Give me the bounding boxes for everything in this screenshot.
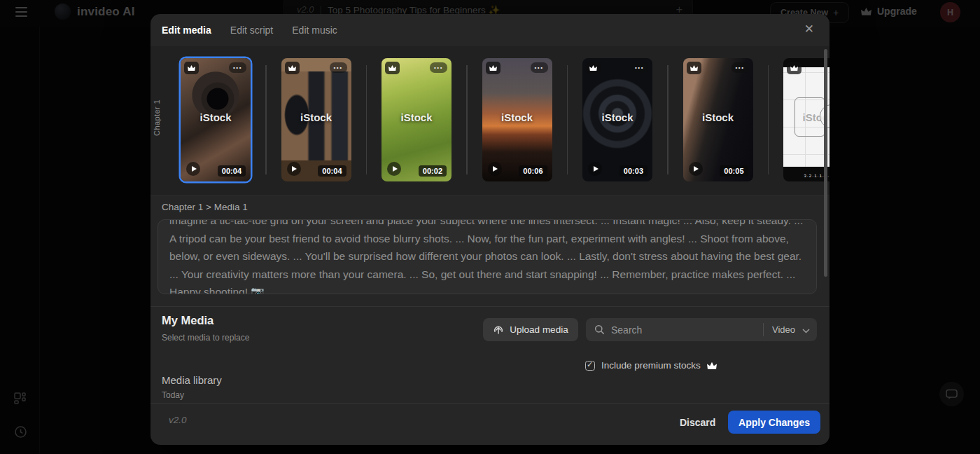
clip-duration: 00:03 xyxy=(620,165,648,177)
premium-crown-icon xyxy=(184,62,199,74)
clip-duration: 00:06 xyxy=(519,165,547,177)
play-icon[interactable] xyxy=(588,162,602,176)
search-icon xyxy=(594,324,605,335)
clip-more-button[interactable]: ••• xyxy=(631,62,648,73)
istock-watermark: iStock xyxy=(281,111,351,123)
search-input[interactable] xyxy=(611,324,755,336)
clip-divider xyxy=(366,65,368,174)
script-text: imagine a tic-tac-toe grid on your scree… xyxy=(158,219,816,294)
premium-crown-icon xyxy=(787,62,802,74)
premium-crown-icon xyxy=(285,62,300,74)
clip-more-button[interactable]: ••• xyxy=(330,62,347,73)
clip-strip: ••• iStock 00:04 ••• iStock 00:04 ••• iS… xyxy=(150,58,830,181)
upload-media-label: Upload media xyxy=(510,324,568,335)
media-type-select[interactable]: Video xyxy=(772,324,795,335)
media-library-date: Today xyxy=(162,390,184,400)
clip-duration: 00:02 xyxy=(419,165,447,177)
premium-checkbox[interactable] xyxy=(585,361,595,371)
premium-crown-icon xyxy=(687,62,701,74)
tab-edit-music[interactable]: Edit music xyxy=(292,25,337,36)
istock-watermark: iStock xyxy=(181,111,251,123)
version-label: v2.0 xyxy=(169,415,187,425)
screen: invideo AI v2.0 | Top 5 Photography Tips… xyxy=(0,0,980,454)
tab-edit-script[interactable]: Edit script xyxy=(230,25,273,36)
premium-label: Include premium stocks xyxy=(601,360,701,371)
premium-crown-icon xyxy=(385,62,400,74)
modal-scrollbar[interactable] xyxy=(824,49,827,277)
include-premium-row[interactable]: Include premium stocks xyxy=(585,360,717,371)
play-icon[interactable] xyxy=(689,162,703,176)
clip-more-button[interactable]: ••• xyxy=(430,62,447,73)
premium-crown-icon xyxy=(486,62,500,74)
clip-thumbnail[interactable]: ••• iStock 00:02 xyxy=(382,58,451,181)
clip-thumbnail[interactable]: iStock 3·2·1·1·1·4 xyxy=(783,58,830,181)
modal-tab-bar: Edit media Edit script Edit music xyxy=(150,14,830,46)
istock-watermark: iStock xyxy=(783,111,830,123)
clip-thumbnail[interactable]: ••• iStock 00:04 xyxy=(181,58,251,181)
breadcrumb-row: Chapter 1 > Media 1 xyxy=(150,195,830,216)
clip-duration: 00:05 xyxy=(720,165,748,177)
istock-watermark: iStock xyxy=(482,111,552,123)
clip-divider xyxy=(567,65,568,174)
clip-divider xyxy=(768,65,769,174)
breadcrumb: Chapter 1 > Media 1 xyxy=(162,202,248,212)
close-icon[interactable]: ✕ xyxy=(804,23,814,35)
clip-thumbnail[interactable]: ••• iStock 00:04 xyxy=(281,58,351,181)
my-media-title: My Media xyxy=(162,314,214,327)
clip-strip-band: Chapter 1 ••• iStock 00:04 ••• iStock 00… xyxy=(150,46,830,195)
clip-thumbnail[interactable]: ••• iStock 00:06 xyxy=(482,58,552,181)
filter-divider xyxy=(763,323,764,336)
play-icon[interactable] xyxy=(287,162,301,176)
clip-divider xyxy=(265,65,267,174)
chevron-down-icon[interactable] xyxy=(802,324,810,336)
media-library-title: Media library xyxy=(162,374,222,386)
footer-divider xyxy=(150,403,830,404)
clip-more-button[interactable]: ••• xyxy=(531,62,548,73)
script-text-box[interactable]: imagine a tic-tac-toe grid on your scree… xyxy=(158,219,817,294)
play-icon[interactable] xyxy=(488,162,502,176)
play-icon[interactable] xyxy=(186,162,200,176)
discard-button[interactable]: Discard xyxy=(674,414,721,431)
clip-thumbnail[interactable]: ••• iStock 00:03 xyxy=(582,58,652,181)
upload-media-button[interactable]: Upload media xyxy=(483,318,578,341)
apply-changes-button[interactable]: Apply Changes xyxy=(728,411,820,434)
section-divider xyxy=(150,306,830,307)
countdown-text: 3·2·1·1·1·4 xyxy=(783,174,830,178)
premium-crown-icon xyxy=(586,62,601,74)
premium-crown-icon xyxy=(707,362,717,370)
upload-icon xyxy=(493,324,504,336)
clip-duration: 00:04 xyxy=(318,165,346,177)
clip-divider xyxy=(466,65,468,174)
istock-watermark: iStock xyxy=(683,111,753,123)
play-icon[interactable] xyxy=(387,162,401,176)
clip-more-button[interactable]: ••• xyxy=(732,62,749,73)
clip-more-button[interactable]: ••• xyxy=(229,62,246,73)
tab-edit-media[interactable]: Edit media xyxy=(162,25,211,36)
my-media-subtitle: Select media to replace xyxy=(162,333,249,343)
clip-divider xyxy=(667,65,668,174)
istock-watermark: iStock xyxy=(582,111,652,123)
clip-duration: 00:04 xyxy=(218,165,246,177)
edit-media-modal: Edit media Edit script Edit music ✕ Chap… xyxy=(150,14,830,445)
istock-watermark: iStock xyxy=(382,111,451,123)
clip-thumbnail[interactable]: ••• iStock 00:05 xyxy=(683,58,753,181)
stock-search-bar: Video xyxy=(586,318,817,341)
